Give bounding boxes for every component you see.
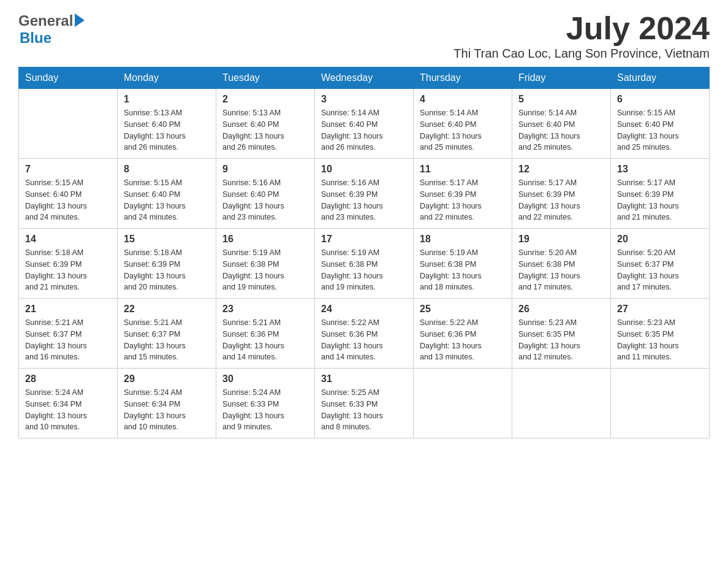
day-info: Sunrise: 5:21 AM Sunset: 6:36 PM Dayligh… [222, 317, 308, 363]
col-wednesday: Wednesday [315, 67, 414, 89]
day-number: 11 [420, 164, 506, 175]
col-saturday: Saturday [611, 67, 710, 89]
day-info: Sunrise: 5:21 AM Sunset: 6:37 PM Dayligh… [25, 317, 111, 363]
calendar-header-row: Sunday Monday Tuesday Wednesday Thursday… [19, 67, 710, 89]
logo-general-text: General [18, 12, 73, 29]
table-row [19, 89, 118, 159]
day-info: Sunrise: 5:21 AM Sunset: 6:37 PM Dayligh… [124, 317, 210, 363]
day-number: 23 [222, 304, 308, 315]
table-row: 12Sunrise: 5:17 AM Sunset: 6:39 PM Dayli… [512, 159, 611, 229]
day-number: 15 [124, 234, 210, 245]
day-info: Sunrise: 5:19 AM Sunset: 6:38 PM Dayligh… [321, 247, 407, 293]
logo-blue-text: Blue [20, 29, 85, 47]
table-row: 8Sunrise: 5:15 AM Sunset: 6:40 PM Daylig… [118, 159, 216, 229]
col-friday: Friday [512, 67, 611, 89]
day-number: 19 [518, 234, 604, 245]
day-info: Sunrise: 5:22 AM Sunset: 6:36 PM Dayligh… [420, 317, 506, 363]
day-number: 2 [222, 94, 308, 105]
table-row: 4Sunrise: 5:14 AM Sunset: 6:40 PM Daylig… [414, 89, 512, 159]
day-number: 3 [321, 94, 407, 105]
day-number: 30 [222, 373, 308, 385]
calendar-week-row: 1Sunrise: 5:13 AM Sunset: 6:40 PM Daylig… [19, 89, 710, 159]
day-info: Sunrise: 5:22 AM Sunset: 6:36 PM Dayligh… [321, 317, 407, 363]
table-row: 22Sunrise: 5:21 AM Sunset: 6:37 PM Dayli… [118, 299, 216, 369]
logo-arrow-icon [75, 13, 85, 27]
day-info: Sunrise: 5:14 AM Sunset: 6:40 PM Dayligh… [420, 107, 506, 153]
day-number: 6 [617, 94, 703, 105]
table-row: 28Sunrise: 5:24 AM Sunset: 6:34 PM Dayli… [19, 369, 118, 439]
day-info: Sunrise: 5:24 AM Sunset: 6:34 PM Dayligh… [124, 387, 210, 433]
day-info: Sunrise: 5:15 AM Sunset: 6:40 PM Dayligh… [25, 177, 111, 223]
day-number: 24 [321, 304, 407, 315]
day-info: Sunrise: 5:14 AM Sunset: 6:40 PM Dayligh… [321, 107, 407, 153]
table-row: 23Sunrise: 5:21 AM Sunset: 6:36 PM Dayli… [216, 299, 315, 369]
table-row: 17Sunrise: 5:19 AM Sunset: 6:38 PM Dayli… [315, 229, 414, 299]
col-monday: Monday [118, 67, 216, 89]
col-tuesday: Tuesday [216, 67, 315, 89]
table-row: 10Sunrise: 5:16 AM Sunset: 6:39 PM Dayli… [315, 159, 414, 229]
table-row: 19Sunrise: 5:20 AM Sunset: 6:38 PM Dayli… [512, 229, 611, 299]
day-number: 8 [124, 164, 210, 175]
day-number: 13 [617, 164, 703, 175]
table-row [512, 369, 611, 439]
day-number: 16 [222, 234, 308, 245]
day-info: Sunrise: 5:24 AM Sunset: 6:34 PM Dayligh… [25, 387, 111, 433]
day-number: 14 [25, 234, 111, 245]
title-block: July 2024 Thi Tran Cao Loc, Lang Son Pro… [453, 12, 710, 61]
day-info: Sunrise: 5:13 AM Sunset: 6:40 PM Dayligh… [124, 107, 210, 153]
table-row [414, 369, 512, 439]
table-row: 6Sunrise: 5:15 AM Sunset: 6:40 PM Daylig… [611, 89, 710, 159]
day-number: 21 [25, 304, 111, 315]
day-info: Sunrise: 5:13 AM Sunset: 6:40 PM Dayligh… [222, 107, 308, 153]
table-row: 30Sunrise: 5:24 AM Sunset: 6:33 PM Dayli… [216, 369, 315, 439]
logo: General Blue [18, 12, 85, 47]
day-number: 18 [420, 234, 506, 245]
day-info: Sunrise: 5:23 AM Sunset: 6:35 PM Dayligh… [518, 317, 604, 363]
col-thursday: Thursday [414, 67, 512, 89]
table-row [611, 369, 710, 439]
table-row: 2Sunrise: 5:13 AM Sunset: 6:40 PM Daylig… [216, 89, 315, 159]
day-number: 20 [617, 234, 703, 245]
col-sunday: Sunday [19, 67, 118, 89]
day-number: 25 [420, 304, 506, 315]
day-info: Sunrise: 5:17 AM Sunset: 6:39 PM Dayligh… [518, 177, 604, 223]
table-row: 15Sunrise: 5:18 AM Sunset: 6:39 PM Dayli… [118, 229, 216, 299]
day-info: Sunrise: 5:19 AM Sunset: 6:38 PM Dayligh… [420, 247, 506, 293]
day-info: Sunrise: 5:17 AM Sunset: 6:39 PM Dayligh… [420, 177, 506, 223]
table-row: 7Sunrise: 5:15 AM Sunset: 6:40 PM Daylig… [19, 159, 118, 229]
table-row: 5Sunrise: 5:14 AM Sunset: 6:40 PM Daylig… [512, 89, 611, 159]
day-number: 4 [420, 94, 506, 105]
day-info: Sunrise: 5:18 AM Sunset: 6:39 PM Dayligh… [25, 247, 111, 293]
table-row: 11Sunrise: 5:17 AM Sunset: 6:39 PM Dayli… [414, 159, 512, 229]
day-info: Sunrise: 5:18 AM Sunset: 6:39 PM Dayligh… [124, 247, 210, 293]
table-row: 31Sunrise: 5:25 AM Sunset: 6:33 PM Dayli… [315, 369, 414, 439]
page-header: General Blue July 2024 Thi Tran Cao Loc,… [18, 12, 710, 61]
table-row: 3Sunrise: 5:14 AM Sunset: 6:40 PM Daylig… [315, 89, 414, 159]
calendar-week-row: 28Sunrise: 5:24 AM Sunset: 6:34 PM Dayli… [19, 369, 710, 439]
table-row: 20Sunrise: 5:20 AM Sunset: 6:37 PM Dayli… [611, 229, 710, 299]
day-number: 31 [321, 373, 407, 385]
day-info: Sunrise: 5:20 AM Sunset: 6:37 PM Dayligh… [617, 247, 703, 293]
table-row: 24Sunrise: 5:22 AM Sunset: 6:36 PM Dayli… [315, 299, 414, 369]
day-info: Sunrise: 5:20 AM Sunset: 6:38 PM Dayligh… [518, 247, 604, 293]
day-number: 22 [124, 304, 210, 315]
day-number: 27 [617, 304, 703, 315]
day-number: 1 [124, 94, 210, 105]
table-row: 27Sunrise: 5:23 AM Sunset: 6:35 PM Dayli… [611, 299, 710, 369]
day-number: 7 [25, 164, 111, 175]
day-number: 28 [25, 373, 111, 385]
day-info: Sunrise: 5:17 AM Sunset: 6:39 PM Dayligh… [617, 177, 703, 223]
calendar-table: Sunday Monday Tuesday Wednesday Thursday… [18, 67, 710, 439]
day-info: Sunrise: 5:15 AM Sunset: 6:40 PM Dayligh… [124, 177, 210, 223]
table-row: 14Sunrise: 5:18 AM Sunset: 6:39 PM Dayli… [19, 229, 118, 299]
day-number: 29 [124, 373, 210, 385]
day-number: 5 [518, 94, 604, 105]
day-info: Sunrise: 5:24 AM Sunset: 6:33 PM Dayligh… [222, 387, 308, 433]
day-info: Sunrise: 5:16 AM Sunset: 6:39 PM Dayligh… [321, 177, 407, 223]
table-row: 18Sunrise: 5:19 AM Sunset: 6:38 PM Dayli… [414, 229, 512, 299]
day-info: Sunrise: 5:25 AM Sunset: 6:33 PM Dayligh… [321, 387, 407, 433]
day-number: 26 [518, 304, 604, 315]
day-info: Sunrise: 5:15 AM Sunset: 6:40 PM Dayligh… [617, 107, 703, 153]
calendar-week-row: 7Sunrise: 5:15 AM Sunset: 6:40 PM Daylig… [19, 159, 710, 229]
day-number: 12 [518, 164, 604, 175]
